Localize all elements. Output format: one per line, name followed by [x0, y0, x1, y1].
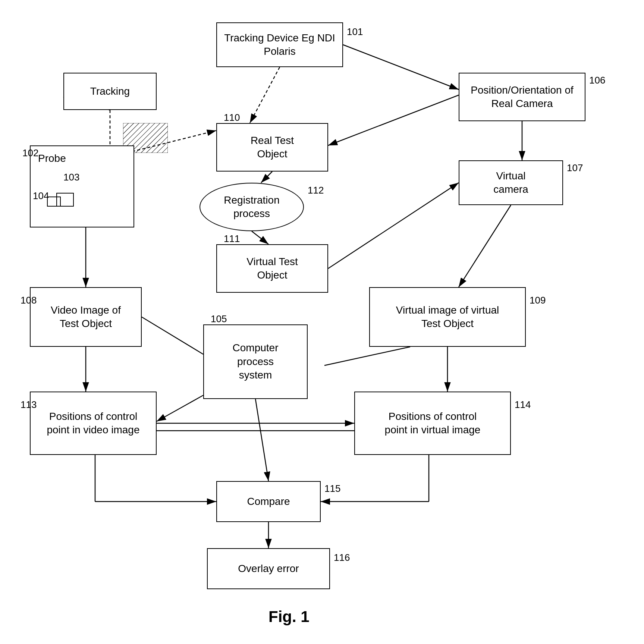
label-101: 101: [347, 26, 363, 38]
label-105: 105: [211, 313, 227, 325]
label-112: 112: [308, 185, 324, 196]
svg-line-14: [142, 317, 203, 354]
tracking-box: Tracking: [63, 73, 157, 110]
diagram: Tracking Device Eg NDI Polaris 101 Track…: [0, 0, 644, 644]
computer-process-label: Computerprocesssystem: [233, 341, 279, 382]
registration-process-oval: Registrationprocess: [200, 183, 304, 231]
position-orientation-label: Position/Orientation ofReal Camera: [471, 84, 574, 111]
label-113: 113: [21, 399, 37, 411]
compare-box: Compare: [216, 481, 321, 522]
video-image-box: Video Image ofTest Object: [30, 287, 142, 347]
probe-box: Probe: [30, 145, 134, 227]
computer-process-box: Computerprocesssystem: [203, 324, 308, 399]
position-orientation-box: Position/Orientation ofReal Camera: [459, 73, 585, 121]
svg-line-6: [343, 45, 459, 89]
overlay-error-label: Overlay error: [238, 562, 299, 575]
svg-rect-29: [57, 193, 73, 206]
positions-video-label: Positions of controlpoint in video image: [47, 410, 139, 437]
virtual-image-box: Virtual image of virtualTest Object: [369, 287, 526, 347]
label-111: 111: [224, 233, 240, 245]
svg-line-16: [324, 347, 410, 365]
label-102: 102: [22, 147, 38, 159]
label-110: 110: [224, 112, 240, 123]
virtual-test-object-label: Virtual TestObject: [246, 255, 298, 282]
svg-line-11: [328, 183, 459, 268]
overlay-error-box: Overlay error: [207, 548, 330, 589]
label-104: 104: [33, 190, 49, 202]
positions-virtual-label: Positions of controlpoint in virtual ima…: [385, 410, 481, 437]
positions-video-box: Positions of controlpoint in video image: [30, 392, 157, 455]
virtual-test-object-box: Virtual TestObject: [216, 244, 328, 293]
figure-label: Fig. 1: [268, 608, 310, 626]
svg-line-10: [252, 231, 268, 244]
real-test-object-box: Real TestObject: [216, 123, 328, 172]
positions-virtual-box: Positions of controlpoint in virtual ima…: [354, 392, 511, 455]
label-109: 109: [530, 295, 546, 306]
svg-line-2: [250, 67, 280, 123]
label-107: 107: [567, 162, 583, 174]
real-test-object-label: Real TestObject: [251, 134, 294, 161]
virtual-image-label: Virtual image of virtualTest Object: [396, 304, 499, 331]
tracking-device-box: Tracking Device Eg NDI Polaris: [216, 22, 343, 67]
svg-rect-30: [47, 197, 60, 206]
label-103: 103: [63, 172, 79, 183]
svg-line-18: [157, 395, 203, 421]
tracking-label: Tracking: [90, 85, 130, 98]
label-106: 106: [589, 75, 605, 86]
label-115: 115: [324, 483, 340, 494]
virtual-camera-label: Virtualcamera: [493, 169, 528, 197]
compare-label: Compare: [247, 495, 290, 508]
svg-line-15: [459, 205, 511, 287]
registration-process-label: Registrationprocess: [224, 194, 279, 221]
video-image-label: Video Image ofTest Object: [51, 304, 121, 331]
tracking-device-label: Tracking Device Eg NDI Polaris: [220, 31, 339, 59]
virtual-camera-box: Virtualcamera: [459, 160, 563, 205]
svg-line-21: [255, 399, 268, 481]
svg-line-9: [261, 172, 272, 183]
label-114: 114: [515, 399, 531, 411]
svg-line-8: [328, 95, 459, 145]
label-116: 116: [334, 552, 350, 563]
label-108: 108: [21, 295, 37, 306]
probe-label: Probe: [38, 152, 66, 165]
